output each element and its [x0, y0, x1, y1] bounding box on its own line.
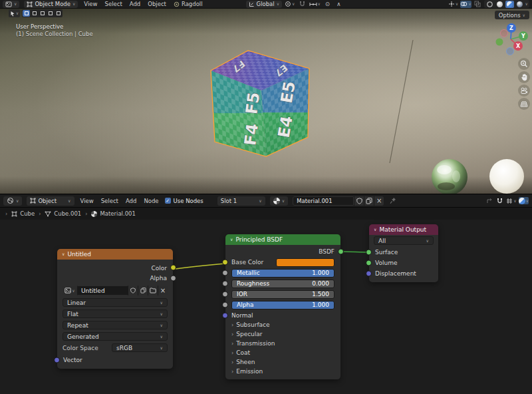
unlink-material-button[interactable]: ×: [374, 196, 384, 206]
image-fake-user-button[interactable]: [128, 286, 138, 296]
shading-solid-button[interactable]: [495, 1, 504, 8]
surface-input-socket[interactable]: [366, 250, 372, 256]
menu-add[interactable]: Add: [124, 198, 138, 204]
principled-bsdf-node-header[interactable]: ∨ Principled BSDF: [225, 234, 340, 245]
axis-z-negative-handle[interactable]: [507, 48, 514, 55]
menu-ragdoll[interactable]: Ragdoll: [172, 1, 204, 7]
material-browse-button[interactable]: ∨: [270, 196, 288, 206]
image-name-field[interactable]: Untitled: [77, 286, 128, 296]
use-nodes-toggle[interactable]: ✓ Use Nodes: [165, 198, 203, 204]
viewport-3d[interactable]: F5 F4 E5 E4 F7 E7 ∨: [0, 9, 532, 194]
menu-select[interactable]: Select: [104, 1, 124, 7]
menu-select[interactable]: Select: [100, 198, 120, 204]
axis-x-negative-handle[interactable]: [501, 30, 508, 37]
ior-input-socket[interactable]: [222, 292, 228, 297]
vector-input-socket[interactable]: [54, 357, 60, 363]
material-name-field[interactable]: Material.001: [293, 196, 354, 206]
shading-rendered-button[interactable]: [515, 1, 524, 8]
roughness-input-socket[interactable]: [222, 281, 228, 287]
menu-object[interactable]: Object: [146, 1, 168, 7]
section-transmission[interactable]: ›Transmission: [225, 339, 340, 348]
camera-view-button[interactable]: [518, 85, 530, 97]
image-copy-button[interactable]: [138, 286, 148, 296]
metallic-input-socket[interactable]: [222, 270, 228, 276]
collapse-node-icon[interactable]: ∨: [62, 252, 65, 256]
show-overlays-button[interactable]: ∨: [460, 1, 471, 8]
menu-view[interactable]: View: [82, 1, 98, 7]
select-mode-extend-button[interactable]: [31, 10, 38, 17]
xray-toggle-button[interactable]: [473, 1, 482, 8]
options-button[interactable]: Options ∨: [495, 11, 529, 19]
image-texture-node[interactable]: ∨ Untitled Color Alpha ∨ Untitled: [57, 249, 173, 369]
alpha-output-socket[interactable]: [170, 276, 176, 282]
color-output-socket[interactable]: [170, 265, 176, 271]
fake-user-button[interactable]: [354, 196, 364, 206]
section-subsurface[interactable]: ›Subsurface: [225, 320, 340, 329]
shading-material-preview-button[interactable]: [505, 1, 514, 8]
collapse-node-icon[interactable]: ∨: [230, 238, 233, 242]
collapse-node-icon[interactable]: ∨: [374, 228, 376, 232]
proportional-falloff-button[interactable]: ∧: [334, 1, 343, 8]
interpolation-select[interactable]: Linear ∨: [63, 298, 168, 307]
zoom-button[interactable]: [518, 58, 530, 70]
section-sheen[interactable]: ›Sheen: [225, 357, 340, 367]
go-to-parent-tree-button[interactable]: [485, 197, 493, 204]
projection-select[interactable]: Flat ∨: [63, 309, 168, 318]
shading-wireframe-button[interactable]: [485, 1, 494, 8]
axis-y-negative-handle[interactable]: [496, 39, 503, 46]
breadcrumb-object[interactable]: Cube: [11, 210, 35, 217]
editor-type-button[interactable]: ∨: [3, 1, 19, 8]
breadcrumb-mesh-data[interactable]: Cube.001: [45, 210, 81, 217]
snap-node-button[interactable]: [495, 197, 504, 204]
shader-node-editor[interactable]: ∨ Untitled Color Alpha ∨ Untitled: [0, 220, 532, 394]
shader-type-selector[interactable]: Object ∨: [27, 196, 74, 206]
select-mode-subtract-button[interactable]: [39, 10, 46, 17]
base-color-input-socket[interactable]: [222, 260, 228, 266]
principled-bsdf-node[interactable]: ∨ Principled BSDF BSDF Base Color Metall…: [225, 234, 340, 379]
bsdf-output-socket[interactable]: [338, 249, 344, 255]
transform-orientation-selector[interactable]: Global ∨: [246, 1, 283, 8]
material-output-node[interactable]: ∨ Material Output All ∨ Surface Volume: [369, 224, 438, 282]
show-gizmo-button[interactable]: ∨: [448, 1, 458, 8]
image-open-button[interactable]: [148, 286, 158, 296]
cube-object[interactable]: F5 F4 E5 E4 F7 E7: [211, 51, 309, 156]
section-emission[interactable]: ›Emission: [225, 367, 340, 376]
volume-input-socket[interactable]: [366, 260, 372, 266]
menu-add[interactable]: Add: [128, 1, 142, 7]
pin-button[interactable]: [388, 197, 397, 204]
alpha-slider[interactable]: Alpha 1.000: [231, 301, 334, 309]
section-coat[interactable]: ›Coat: [225, 348, 340, 357]
menu-view[interactable]: View: [79, 198, 95, 204]
roughness-slider[interactable]: Roughness 0.000: [231, 280, 334, 288]
new-material-button[interactable]: [364, 196, 374, 206]
section-specular[interactable]: ›Specular: [225, 329, 340, 339]
menu-node[interactable]: Node: [142, 198, 160, 204]
image-unlink-button[interactable]: ×: [158, 286, 168, 296]
ior-slider[interactable]: IOR 1.500: [231, 290, 334, 299]
image-texture-node-header[interactable]: ∨ Untitled: [57, 249, 173, 260]
node-preview-shading-button[interactable]: ∨: [519, 197, 529, 204]
editor-type-button[interactable]: ∨: [3, 196, 22, 206]
color-space-select[interactable]: sRGB ∨: [112, 343, 168, 352]
output-target-select[interactable]: All ∨: [374, 236, 434, 245]
material-slot-selector[interactable]: Slot 1 ∨: [217, 196, 265, 206]
proportional-editing-button[interactable]: ⊙: [323, 1, 332, 8]
select-mode-new-button[interactable]: [23, 10, 30, 17]
alpha-input-socket[interactable]: [222, 302, 228, 308]
pivot-point-button[interactable]: ∨: [285, 1, 295, 8]
source-select[interactable]: Generated ∨: [63, 332, 168, 341]
normal-input-socket[interactable]: [222, 312, 228, 318]
material-output-node-header[interactable]: ∨ Material Output: [369, 224, 438, 235]
displacement-input-socket[interactable]: [366, 271, 372, 277]
metallic-slider[interactable]: Metallic 1.000: [231, 269, 334, 278]
extension-select[interactable]: Repeat ∨: [63, 321, 168, 329]
snap-target-button[interactable]: ∨: [309, 1, 321, 8]
select-mode-intersect-button[interactable]: [55, 10, 62, 17]
navigation-gizmo[interactable]: Z Y X: [492, 21, 531, 59]
image-browse-button[interactable]: ∨: [63, 286, 77, 296]
breadcrumb-material[interactable]: Material.001: [91, 210, 135, 217]
mode-selector[interactable]: Object Mode ∨: [24, 1, 78, 8]
active-tool-button[interactable]: ∨: [9, 9, 20, 17]
pan-button[interactable]: [518, 71, 530, 83]
base-color-swatch[interactable]: [276, 258, 334, 267]
